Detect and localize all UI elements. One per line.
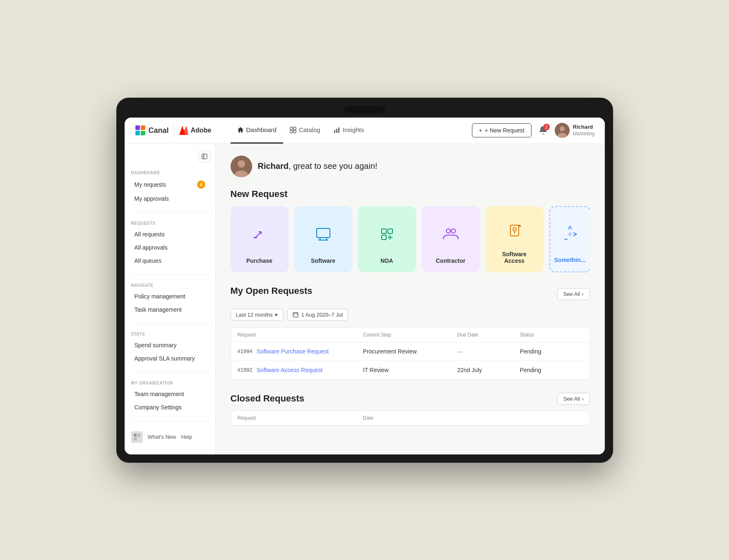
sidebar-item-team[interactable]: Team management [131,388,209,400]
card-something[interactable]: Somethin... [549,206,590,272]
svg-rect-3 [141,131,145,135]
open-requests-see-all-button[interactable]: See All › [557,288,590,300]
card-contractor-icon [439,218,462,251]
sidebar-label-org: MY ORGANIZATION [131,381,209,385]
svg-rect-7 [294,127,296,130]
col-due-date: Due Date [457,332,520,338]
svg-line-47 [573,234,577,236]
new-request-label: + New Request [485,127,524,134]
canal-text: Canal [149,126,169,135]
card-contractor[interactable]: Contractor [422,206,480,272]
screen: Canal Adobe Dashboard [125,118,605,454]
closed-see-all-label: See All [563,396,580,402]
adobe-icon [179,126,188,135]
welcome-avatar-image [231,156,252,177]
closed-col-date: Date [363,415,457,421]
svg-rect-27 [317,228,330,238]
card-nda-icon [375,218,399,251]
closed-col-request: Request [238,415,363,421]
sidebar-item-company[interactable]: Company Settings [131,401,209,413]
sidebar-divider-1 [131,212,209,213]
svg-rect-18 [134,434,137,437]
sidebar-item-my-approvals[interactable]: My approvals [131,192,209,205]
svg-line-46 [573,233,577,234]
svg-point-49 [568,233,572,236]
filter-row: Last 12 months ▾ 1 Aug 2020–7 Jul [231,309,590,321]
notification-badge: 2 [543,124,550,130]
sidebar-item-all-queues[interactable]: All queues [131,255,209,267]
table-row: #1994 Software Purchase Request Procurem… [231,342,589,361]
closed-requests-header: Closed Requests See All › [231,393,590,405]
nav-dashboard[interactable]: Dashboard [231,118,283,144]
sidebar-item-policy[interactable]: Policy management [131,290,209,303]
date-filter-button[interactable]: Last 12 months ▾ [231,309,284,321]
request-link-1992[interactable]: Software Access Request [257,367,323,373]
sidebar-canal-icon [131,431,143,443]
canal-icon [135,125,146,136]
sidebar-item-my-requests[interactable]: My requests 4 [131,178,209,192]
card-software-access[interactable]: Software Access [486,206,544,272]
sidebar-item-all-approvals[interactable]: All approvals [131,241,209,254]
svg-point-22 [238,160,245,168]
sidebar-item-sla[interactable]: Approval SLA summary [131,352,209,365]
sidebar-item-all-requests[interactable]: All requests [131,228,209,240]
col-request: Request [238,332,363,338]
current-step-1992: IT Review [363,367,457,373]
status-1994: Pending [520,348,583,355]
card-software-access-label: Software Access [494,251,535,264]
request-id-1992: #1992 [238,367,253,373]
help-link[interactable]: Help [181,434,192,440]
card-purchase[interactable]: Purchase [231,206,289,272]
notification-icon[interactable]: 2 [538,125,548,135]
calendar-icon [293,312,298,317]
sidebar-item-task[interactable]: Task management [131,303,209,316]
svg-rect-12 [338,127,339,133]
sidebar-collapse-button[interactable] [199,151,210,162]
closed-requests-title: Closed Requests [231,393,305,404]
canal-logo: Canal [135,125,169,136]
request-cell-1992: #1992 Software Access Request [238,367,363,373]
svg-point-39 [513,228,516,231]
date-range-button[interactable]: 1 Aug 2020–7 Jul [287,309,348,321]
closed-chevron-right-icon: › [582,396,583,402]
svg-line-44 [570,226,572,229]
whats-new-link[interactable]: What's New [148,434,176,440]
sidebar-item-my-approvals-label: My approvals [135,195,169,202]
user-info[interactable]: Richard Marketing [555,123,595,138]
nav-insights[interactable]: Insights [327,118,371,144]
card-software[interactable]: Software [294,206,352,272]
nav-catalog-label: Catalog [299,126,320,133]
sidebar-section-stats: STATS Spend summary Approval SLA summary [125,329,215,367]
card-nda[interactable]: NDA [358,206,416,272]
see-all-label: See All [563,291,580,297]
new-request-button[interactable]: + + New Request [472,123,532,137]
nav-dashboard-label: Dashboard [246,126,277,133]
svg-line-24 [255,232,261,238]
collapse-icon [202,154,207,159]
card-nda-label: NDA [380,257,393,264]
svg-rect-31 [382,229,386,233]
nav-catalog[interactable]: Catalog [283,118,327,144]
sidebar-section-org: MY ORGANIZATION Team management Company … [125,377,215,416]
status-1992: Pending [520,367,583,373]
welcome-avatar [231,156,252,177]
sidebar-item-spend[interactable]: Spend summary [131,339,209,351]
card-something-label: Somethin... [554,257,585,263]
request-cards: Purchase Software [231,206,590,272]
svg-rect-20 [134,437,137,440]
card-purchase-label: Purchase [246,257,272,264]
sidebar-divider-2 [131,274,209,275]
request-link-1994[interactable]: Software Purchase Request [257,348,329,355]
card-software-icon [312,218,335,251]
open-requests-header: My Open Requests See All › [231,286,590,303]
sidebar-item-spend-label: Spend summary [135,342,177,348]
closed-requests-see-all-button[interactable]: See All › [557,393,590,405]
sidebar-item-team-label: Team management [135,391,184,397]
card-contractor-label: Contractor [436,257,466,264]
adobe-text: Adobe [191,127,212,134]
logo-divider [174,124,174,137]
top-nav: Canal Adobe Dashboard [125,118,605,144]
user-name-area: Richard Marketing [573,124,595,137]
table-header: Request Current Step Due Date Status [231,328,589,342]
date-filter-label: Last 12 months [236,312,273,318]
